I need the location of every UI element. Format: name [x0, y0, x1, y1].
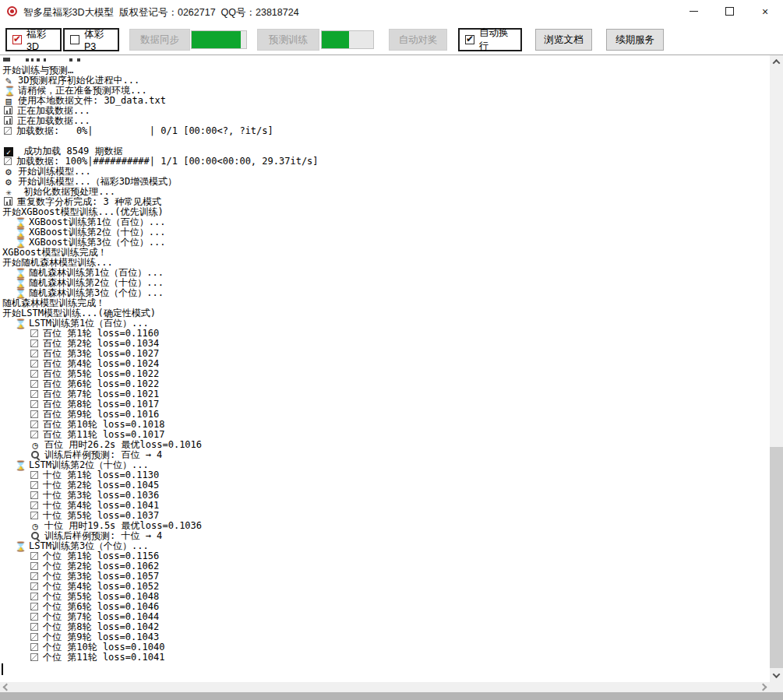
log-line-text: 3D预测程序初始化进程中...: [18, 75, 139, 86]
fucai3d-label: 福彩3D: [26, 28, 55, 52]
loss-icon: [30, 552, 38, 560]
toolbar: 福彩3D 体彩P3 数据同步 预测训练 自动对奖 自动换行 浏览文档 续期服务: [0, 23, 783, 55]
scroll-left-button[interactable]: [0, 682, 13, 692]
log-line-text: 个位 第5轮 loss=0.1048: [43, 591, 159, 602]
loss-icon: [30, 350, 38, 357]
magnifier-icon: [30, 450, 40, 459]
loss-icon: [30, 420, 38, 428]
ticaip3-checkbox-icon[interactable]: [70, 35, 79, 44]
log-output-area[interactable]: 开始训练与预测…3D预测程序初始化进程中...请稍候，正在准备预测环境...使用…: [0, 55, 770, 682]
maximize-button[interactable]: [711, 0, 747, 23]
log-line-text: 十位 第3轮 loss=0.1036: [43, 490, 159, 501]
log-line: 正在加载数据...: [0, 106, 770, 116]
close-icon: ×: [762, 6, 768, 17]
log-line-text: 随机森林训练第3位（个位）...: [29, 287, 164, 298]
log-line-text: 正在加载数据...: [17, 115, 90, 126]
data-sync-progress-fill: [192, 31, 241, 48]
log-line-text: 百位 第7轮 loss=0.1021: [43, 389, 159, 399]
data-sync-button[interactable]: 数据同步: [129, 29, 190, 51]
log-line-text: 百位 第10轮 loss=0.1018: [43, 419, 164, 430]
log-line-text: 十位 第2轮 loss=0.1045: [43, 480, 159, 491]
loss-icon: [30, 643, 38, 651]
maximize-icon: [725, 7, 734, 16]
loss-icon: [30, 481, 38, 489]
auto-wrap-checkbox-icon[interactable]: [465, 35, 474, 44]
log-line-text: 百位 第5轮 loss=0.1022: [43, 368, 159, 379]
hourglass-icon: [15, 319, 24, 329]
renew-service-button[interactable]: 续期服务: [606, 29, 664, 51]
log-line-text: 百位 用时26.2s 最优loss=0.1016: [44, 439, 202, 450]
loss-icon: [30, 633, 38, 641]
caret-row: [0, 663, 770, 675]
text-caret: [2, 663, 3, 675]
log-line-text: 开始XGBoost模型训练...(优先训练): [2, 206, 164, 217]
log-line-text: 个位 第6轮 loss=0.1046: [43, 601, 159, 612]
log-line-text: 开始随机森林模型训练...: [2, 257, 113, 268]
loss-icon: [30, 623, 38, 631]
log-line-text: 使用本地数据文件: 3D_data.txt: [18, 95, 166, 106]
log-line-text: XGBoost训练第2位（十位）...: [29, 227, 165, 237]
progress-icon: [4, 127, 12, 135]
chart-icon: [4, 106, 12, 114]
loss-icon: [30, 572, 38, 580]
loss-icon: [30, 491, 38, 499]
checkbox-ticaip3[interactable]: 体彩P3: [63, 28, 119, 51]
log-line-text: 加载数据: 100%|##########| 1/1 [00:00<00:00,…: [16, 156, 319, 167]
log-line-text: 个位 第11轮 loss=0.1041: [43, 652, 164, 663]
log-line-text: 百位 第3轮 loss=0.1027: [43, 348, 159, 359]
log-line: 随机森林训练第3位（个位）...: [0, 288, 770, 298]
log-line-text: 百位 第1轮 loss=0.1160: [43, 328, 159, 339]
log-line-text: 十位 第1轮 loss=0.1130: [43, 470, 159, 480]
log-line: 加载数据: 0%| | 0/1 [00:00<?, ?it/s]: [0, 126, 770, 136]
hourglass-icon: [15, 289, 24, 298]
log-line-text: 个位 第8轮 loss=0.1042: [43, 621, 159, 632]
log-line: 使用本地数据文件: 3D_data.txt: [0, 96, 770, 106]
loss-icon: [30, 370, 38, 378]
pen-icon: [4, 76, 13, 86]
data-sync-progressbar: [191, 30, 247, 49]
loss-icon: [30, 360, 38, 368]
fucai3d-checkbox-icon[interactable]: [12, 35, 22, 44]
checkbox-fucai3d[interactable]: 福彩3D: [5, 28, 62, 51]
scroll-up-button[interactable]: [770, 55, 783, 69]
minimize-button[interactable]: [675, 0, 711, 23]
loss-icon: [30, 653, 38, 661]
minimize-icon: [690, 11, 698, 12]
app-logo-icon: [7, 6, 17, 16]
log-line-text: 个位 第10轮 loss=0.1040: [43, 642, 164, 653]
log-line-text: 成功加载 8549 期数据: [18, 146, 123, 157]
chevron-right-icon: [760, 684, 767, 691]
document-icon: [4, 97, 13, 106]
auto-award-button[interactable]: 自动对奖: [389, 29, 447, 51]
loss-icon: [30, 339, 38, 347]
loss-icon: [30, 400, 38, 408]
magnifier-icon: [30, 531, 40, 540]
log-line-text: XGBoost训练第1位（百位）...: [29, 216, 165, 227]
chevron-down-icon: [773, 670, 781, 678]
scroll-down-button[interactable]: [770, 669, 783, 682]
vertical-scrollbar-thumb[interactable]: [770, 447, 783, 668]
browse-docs-button[interactable]: 浏览文档: [535, 29, 592, 51]
horizontal-scrollbar[interactable]: [0, 682, 783, 692]
log-line: 个位 第11轮 loss=0.1041: [0, 653, 770, 663]
stopwatch-icon: [30, 522, 40, 531]
title-bar[interactable]: 智多星福彩3D大模型 版权登记号：0262717 QQ号：23818724 ×: [0, 0, 783, 23]
predict-train-button[interactable]: 预测训练: [257, 29, 319, 51]
loss-icon: [30, 501, 38, 509]
vertical-scrollbar[interactable]: [770, 55, 783, 682]
log-line-text: 加载数据: 0%| | 0/1 [00:00<?, ?it/s]: [16, 125, 273, 136]
auto-wrap-label: 自动换行: [479, 26, 515, 53]
log-line: 加载数据: 100%|##########| 1/1 [00:00<00:00,…: [0, 157, 770, 167]
log-line-text: 随机森林训练第1位（百位）...: [29, 267, 164, 278]
close-button[interactable]: ×: [747, 0, 783, 23]
log-line-text: 百位 第8轮 loss=0.1017: [43, 399, 159, 410]
hourglass-icon: [15, 218, 24, 227]
log-line-text: 正在加载数据...: [17, 105, 90, 116]
scroll-right-button[interactable]: [757, 682, 770, 692]
log-line-text: 开始LSTM模型训练...(确定性模式): [2, 308, 156, 318]
chart-icon: [4, 197, 12, 206]
log-line-text: 开始训练模型...（福彩3D增强模式）: [18, 176, 177, 187]
checkbox-auto-wrap[interactable]: 自动换行: [458, 28, 522, 51]
hourglass-icon: [15, 269, 24, 278]
log-line-text: 个位 第3轮 loss=0.1057: [43, 571, 159, 582]
